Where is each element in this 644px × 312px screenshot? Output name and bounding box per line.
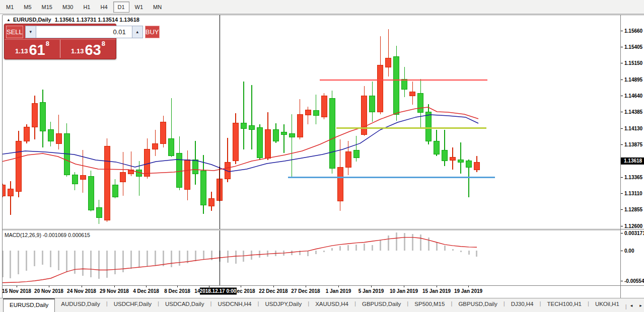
svg-text:5 Jan 2019: 5 Jan 2019 — [359, 288, 384, 294]
svg-text:1.14385: 1.14385 — [624, 109, 643, 115]
sell-price-display[interactable]: 1.13 61 8 — [5, 40, 60, 58]
svg-text:1.14640: 1.14640 — [624, 93, 643, 99]
svg-text:15 Jan 2019: 15 Jan 2019 — [422, 288, 451, 294]
one-click-trade-panel: SELL ▾ ▴ BUY 1.13 61 8 1.13 63 8 — [4, 24, 116, 59]
sell-price-prefix: 1.13 — [15, 46, 28, 56]
chart-tab-bar: EURUSD,DailyAUDUSD,Daily|USDCHF,Daily|US… — [0, 298, 644, 312]
svg-text:1.13110: 1.13110 — [624, 191, 642, 196]
svg-text:1.14895: 1.14895 — [624, 77, 643, 83]
svg-text:15 Nov 2018: 15 Nov 2018 — [2, 288, 31, 294]
svg-text:29 Nov 2018: 29 Nov 2018 — [100, 288, 129, 294]
buy-price-prefix: 1.13 — [71, 46, 84, 56]
svg-text:1.13618: 1.13618 — [624, 158, 642, 164]
svg-text:1.12600: 1.12600 — [624, 223, 643, 229]
buy-price-display[interactable]: 1.13 63 8 — [60, 40, 116, 58]
tab-scroll-left-icon[interactable]: ◂ — [627, 302, 636, 309]
chart-tab-xauusd-h4[interactable]: XAUUSD,H4 — [309, 298, 354, 312]
sell-price-big-digits: 61 — [29, 43, 45, 56]
trading-platform-window: M1M5M15M30H1H4D1W1MN 1.156601.154051.151… — [0, 0, 644, 312]
chart-tab-dj30-h4[interactable]: DJ30,H4 — [505, 298, 540, 312]
volume-control: ▾ ▴ — [25, 26, 143, 38]
chart-tab-usdchf-daily[interactable]: USDCHF,Daily — [108, 298, 158, 312]
svg-text:-0.005543: -0.005543 — [624, 278, 644, 284]
macd-indicator-label: MACD(12,26,9) -0.001069 0.000615 — [5, 232, 90, 238]
svg-text:1.12855: 1.12855 — [624, 207, 643, 212]
svg-text:22 Dec 2018: 22 Dec 2018 — [259, 288, 288, 294]
sell-price-pipette: 8 — [46, 40, 49, 47]
buy-price-big-digits: 63 — [85, 43, 101, 56]
timeframe-button-m15[interactable]: M15 — [37, 2, 57, 13]
svg-text:2018.12.17 0:00: 2018.12.17 0:00 — [200, 288, 237, 294]
chart-symbol-label: EURUSD,Daily — [13, 17, 51, 23]
svg-text:1.15660: 1.15660 — [624, 28, 643, 34]
chart-tab-usdcnh-h4[interactable]: USDCNH,H4 — [211, 298, 257, 312]
tab-scroll-controls: |◂▸ — [625, 298, 644, 312]
svg-text:1.13365: 1.13365 — [624, 175, 643, 180]
chart-tab-audusd-daily[interactable]: AUDUSD,Daily — [55, 298, 106, 312]
svg-text:10 Jan 2019: 10 Jan 2019 — [390, 288, 418, 294]
chart-title: ▲EURUSD,Daily1.13561 1.13731 1.13514 1.1… — [7, 17, 139, 23]
volume-decrease-button[interactable]: ▾ — [26, 26, 36, 38]
collapse-panel-icon[interactable]: ▲ — [7, 18, 11, 22]
svg-text:1.14130: 1.14130 — [624, 126, 643, 131]
timeframe-button-d1[interactable]: D1 — [113, 2, 129, 13]
timeframe-button-m5[interactable]: M5 — [19, 2, 36, 13]
svg-text:8 Dec 2018: 8 Dec 2018 — [164, 288, 190, 294]
svg-text:1.15150: 1.15150 — [624, 60, 643, 66]
volume-input[interactable] — [36, 26, 132, 38]
timeframe-button-m1[interactable]: M1 — [2, 2, 18, 13]
svg-text:1.13875: 1.13875 — [624, 142, 643, 147]
timeframe-button-mn[interactable]: MN — [149, 2, 166, 13]
svg-text:1 Jan 2019: 1 Jan 2019 — [326, 288, 351, 294]
chart-tab-gbpusd-daily[interactable]: GBPUSD,Daily — [452, 298, 503, 312]
chart-tab-usdjpy-daily[interactable]: USDJPY,Daily — [259, 298, 308, 312]
tab-scroll-right-icon[interactable]: ▸ — [636, 302, 644, 309]
sell-button[interactable]: SELL — [6, 26, 23, 38]
chart-tab-eurusd-daily[interactable]: EURUSD,Daily — [3, 298, 55, 312]
chart-tab-tech100-h1[interactable]: TECH100,H1 — [541, 298, 587, 312]
svg-text:20 Nov 2018: 20 Nov 2018 — [34, 288, 63, 294]
chart-tab-sp500-m15[interactable]: SP500,M15 — [408, 298, 451, 312]
svg-text:19 Jan 2019: 19 Jan 2019 — [454, 288, 483, 294]
svg-text:24 Nov 2018: 24 Nov 2018 — [67, 288, 96, 294]
svg-text:4 Dec 2018: 4 Dec 2018 — [133, 288, 159, 294]
chart-tab-ukoil-h1[interactable]: UKOil,H1 — [589, 298, 625, 312]
svg-text:1.15405: 1.15405 — [624, 44, 643, 50]
timeframe-button-w1[interactable]: W1 — [130, 2, 148, 13]
buy-price-pipette: 8 — [102, 40, 105, 47]
volume-increase-button[interactable]: ▴ — [132, 26, 142, 38]
chart-tab-gbpusd-daily[interactable]: GBPUSD,Daily — [356, 298, 407, 312]
buy-button[interactable]: BUY — [145, 26, 160, 38]
chart-tab-usdcad-daily[interactable]: USDCAD,Daily — [159, 298, 210, 312]
chart-ohlc-values: 1.13561 1.13731 1.13514 1.13618 — [55, 17, 139, 23]
svg-text:0.00: 0.00 — [624, 248, 634, 254]
timeframe-button-h4[interactable]: H4 — [96, 2, 112, 13]
svg-text:27 Dec 2018: 27 Dec 2018 — [291, 288, 320, 294]
timeframe-toolbar: M1M5M15M30H1H4D1W1MN — [0, 0, 644, 14]
svg-text:0.003171: 0.003171 — [624, 230, 644, 236]
timeframe-button-h1[interactable]: H1 — [79, 2, 95, 13]
timeframe-button-m30[interactable]: M30 — [58, 2, 78, 13]
